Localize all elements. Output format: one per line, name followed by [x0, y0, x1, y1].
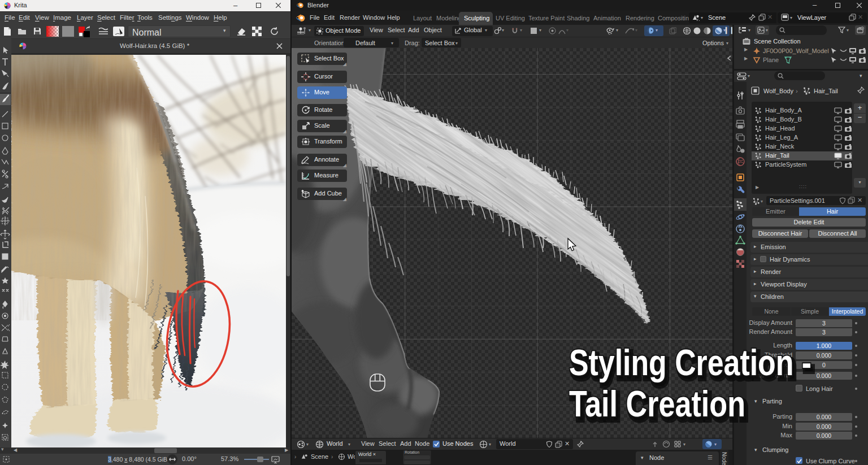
svg-text:Styling Creation -: Styling Creation -	[569, 342, 811, 383]
svg-text:Tail Creation: Tail Creation	[569, 384, 745, 424]
